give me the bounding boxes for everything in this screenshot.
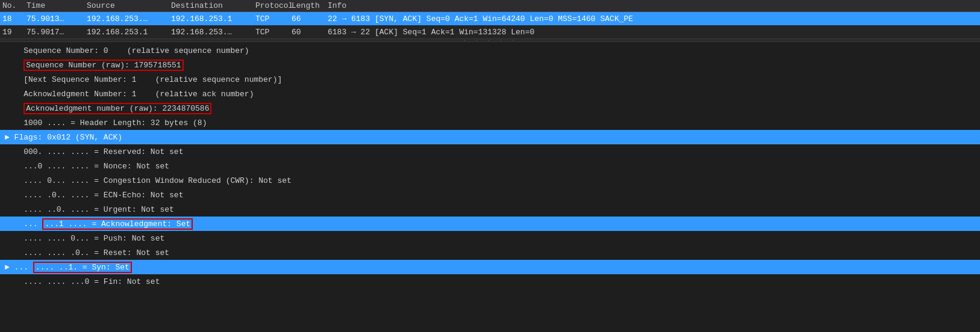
detail-seq-num-text: Sequence Number: 0 (relative sequence nu… xyxy=(5,46,249,55)
col-header-destination: Destination xyxy=(171,1,255,10)
detail-reserved[interactable]: 000. .... .... = Reserved: Not set xyxy=(0,144,980,159)
packet-destination: 192.168.253.… xyxy=(171,28,255,37)
detail-flags-text: Flags: 0x012 (SYN, ACK) xyxy=(14,133,122,142)
detail-seq-num-raw-text: Sequence Number (raw): 1795718551 xyxy=(5,61,184,70)
detail-syn-triangle: ► xyxy=(5,263,14,272)
detail-syn-flag[interactable]: ► ... .... ..1. = Syn: Set xyxy=(0,260,980,274)
detail-ack-num-text: Acknowledgment Number: 1 (relative ack n… xyxy=(5,90,254,99)
packet-source: 192.168.253.1 xyxy=(87,28,171,37)
detail-urgent[interactable]: .... ..0. .... = Urgent: Not set xyxy=(0,202,980,217)
detail-ack-num[interactable]: Acknowledgment Number: 1 (relative ack n… xyxy=(0,87,980,101)
packet-list-header: No. Time Source Destination Protocol Len… xyxy=(0,0,980,12)
redbox-ack-num-raw: Acknowledgment number (raw): 2234870586 xyxy=(23,103,211,114)
packet-info: 6183 → 22 [ACK] Seq=1 Ack=1 Win=131328 L… xyxy=(328,28,978,37)
col-header-info: Info xyxy=(328,1,978,10)
detail-seq-num-raw[interactable]: Sequence Number (raw): 1795718551 xyxy=(0,58,980,72)
packet-length: 66 xyxy=(292,14,328,23)
packet-protocol: TCP xyxy=(255,14,292,23)
detail-ack-flag-prefix: ... xyxy=(5,220,42,229)
col-header-time: Time xyxy=(27,1,87,10)
detail-ack-flag[interactable]: ... ...1 .... = Acknowledgment: Set xyxy=(0,217,980,231)
detail-reserved-text: 000. .... .... = Reserved: Not set xyxy=(5,147,183,156)
col-header-no: No. xyxy=(2,1,27,10)
detail-flags-triangle: ► xyxy=(5,133,14,142)
detail-next-seq-text: [Next Sequence Number: 1 (relative seque… xyxy=(5,75,282,84)
packet-protocol: TCP xyxy=(255,28,292,37)
packet-source: 192.168.253.… xyxy=(87,14,171,23)
col-header-protocol: Protocol xyxy=(255,1,292,10)
packet-time: 75.9013… xyxy=(27,14,87,23)
detail-header-len-text: 1000 .... = Header Length: 32 bytes (8) xyxy=(5,118,207,128)
packet-destination: 192.168.253.1 xyxy=(171,14,255,23)
detail-ack-num-raw[interactable]: Acknowledgment number (raw): 2234870586 xyxy=(0,101,980,115)
detail-fin-text: .... .... ...0 = Fin: Not set xyxy=(5,277,160,286)
main-container: No. Time Source Destination Protocol Len… xyxy=(0,0,980,290)
detail-ecn[interactable]: .... .0.. .... = ECN-Echo: Not set xyxy=(0,188,980,202)
detail-reset-text: .... .... .0.. = Reset: Not set xyxy=(5,248,169,257)
detail-fin[interactable]: .... .... ...0 = Fin: Not set xyxy=(0,274,980,289)
col-header-source: Source xyxy=(87,1,171,10)
detail-ecn-text: .... .0.. .... = ECN-Echo: Not set xyxy=(5,191,183,200)
detail-urgent-text: .... ..0. .... = Urgent: Not set xyxy=(5,205,174,214)
detail-push-text: .... .... 0... = Push: Not set xyxy=(5,234,164,243)
packet-length: 60 xyxy=(292,28,328,37)
detail-push[interactable]: .... .... 0... = Push: Not set xyxy=(0,231,980,245)
detail-header-len[interactable]: 1000 .... = Header Length: 32 bytes (8) xyxy=(0,115,980,130)
packet-no: 19 xyxy=(2,28,27,37)
detail-panel: Sequence Number: 0 (relative sequence nu… xyxy=(0,42,980,290)
detail-syn-prefix: ... xyxy=(14,263,33,272)
detail-ack-num-raw-text: Acknowledgment number (raw): 2234870586 xyxy=(5,104,211,113)
detail-flags-header[interactable]: ► Flags: 0x012 (SYN, ACK) xyxy=(0,130,980,144)
detail-reset[interactable]: .... .... .0.. = Reset: Not set xyxy=(0,245,980,260)
redbox-syn-flag: .... ..1. = Syn: Set xyxy=(33,262,132,273)
detail-next-seq[interactable]: [Next Sequence Number: 1 (relative seque… xyxy=(0,72,980,87)
detail-cwr[interactable]: .... 0... .... = Congestion Window Reduc… xyxy=(0,173,980,188)
redbox-seq-num-raw: Sequence Number (raw): 1795718551 xyxy=(23,60,183,71)
redbox-ack-flag: ...1 .... = Acknowledgment: Set xyxy=(42,218,193,230)
packet-row[interactable]: 18 75.9013… 192.168.253.… 192.168.253.1 … xyxy=(0,12,980,25)
detail-nonce[interactable]: ...0 .... .... = Nonce: Not set xyxy=(0,159,980,173)
packet-no: 18 xyxy=(2,14,27,23)
detail-nonce-text: ...0 .... .... = Nonce: Not set xyxy=(5,162,169,171)
detail-seq-num[interactable]: Sequence Number: 0 (relative sequence nu… xyxy=(0,43,980,58)
col-header-length: Length xyxy=(292,1,328,10)
packet-time: 75.9017… xyxy=(27,28,87,37)
separator-dots: · · · · · xyxy=(463,37,517,44)
packet-info: 22 → 6183 [SYN, ACK] Seq=0 Ack=1 Win=642… xyxy=(328,14,978,23)
detail-cwr-text: .... 0... .... = Congestion Window Reduc… xyxy=(5,176,292,185)
